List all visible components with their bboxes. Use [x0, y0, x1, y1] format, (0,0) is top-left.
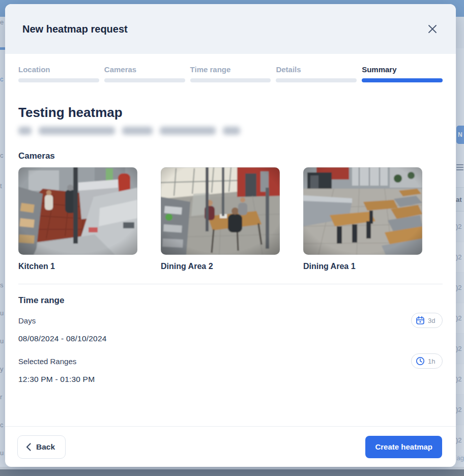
back-button[interactable]: Back [17, 435, 66, 459]
days-label: Days [18, 316, 36, 325]
camera-name: Dining Area 1 [303, 262, 422, 271]
summary-content: Testing heatmap Cameras [5, 82, 456, 426]
step-details[interactable]: Details [276, 65, 357, 82]
step-label: Location [18, 65, 99, 74]
duration-badge-text: 1h [428, 358, 435, 365]
selected-ranges-label: Selected Ranges [18, 357, 76, 366]
new-heatmap-request-modal: New heatmap request Location Cameras Tim… [5, 4, 456, 467]
step-label: Cameras [104, 65, 185, 74]
step-progress-bar [276, 78, 357, 82]
step-progress-bar [362, 78, 443, 82]
date-range-value: 08/08/2024 - 08/10/2024 [18, 334, 443, 343]
step-location[interactable]: Location [18, 65, 99, 82]
days-count-badge: 3d [411, 313, 443, 328]
modal-header: New heatmap request [5, 4, 456, 54]
camera-grid: Kitchen 1 [18, 167, 443, 271]
step-wizard: Location Cameras Time range Details Summ… [18, 65, 443, 82]
modal-footer: Back Create heatmap [5, 426, 456, 467]
step-label: Summary [362, 65, 443, 74]
calendar-icon [416, 316, 425, 325]
modal-title: New heatmap request [22, 23, 424, 35]
days-badge-text: 3d [428, 317, 435, 324]
time-range-heading: Time range [18, 295, 443, 306]
location-text-redacted [18, 127, 443, 136]
step-label: Details [276, 65, 357, 74]
step-label: Time range [190, 65, 271, 74]
step-progress-bar [18, 78, 99, 82]
back-button-label: Back [36, 442, 55, 452]
camera-card: Kitchen 1 [18, 167, 137, 271]
camera-card: Dining Area 1 [303, 167, 422, 271]
step-time-range[interactable]: Time range [190, 65, 271, 82]
camera-thumbnail-dining-area-2[interactable] [161, 167, 280, 255]
camera-name: Dining Area 2 [161, 262, 280, 271]
background-footer-strip [0, 469, 464, 476]
section-divider [18, 284, 443, 284]
camera-name: Kitchen 1 [18, 262, 137, 271]
cameras-heading: Cameras [18, 151, 443, 161]
clock-icon [416, 356, 425, 366]
step-progress-bar [190, 78, 271, 82]
close-icon[interactable] [424, 21, 441, 37]
chevron-left-icon [26, 443, 31, 451]
days-row: Days 3d [18, 313, 443, 328]
time-range-value: 12:30 PM - 01:30 PM [18, 375, 443, 384]
heatmap-name: Testing heatmap [18, 105, 443, 121]
step-summary[interactable]: Summary [362, 65, 443, 82]
camera-thumbnail-dining-area-1[interactable] [303, 167, 422, 255]
duration-badge: 1h [411, 353, 443, 369]
step-cameras[interactable]: Cameras [104, 65, 185, 82]
step-progress-bar [104, 78, 185, 82]
selected-ranges-row: Selected Ranges 1h [18, 353, 443, 369]
create-heatmap-button[interactable]: Create heatmap [365, 436, 442, 458]
camera-card: Dining Area 2 [161, 167, 280, 271]
camera-thumbnail-kitchen-1[interactable] [18, 167, 137, 255]
